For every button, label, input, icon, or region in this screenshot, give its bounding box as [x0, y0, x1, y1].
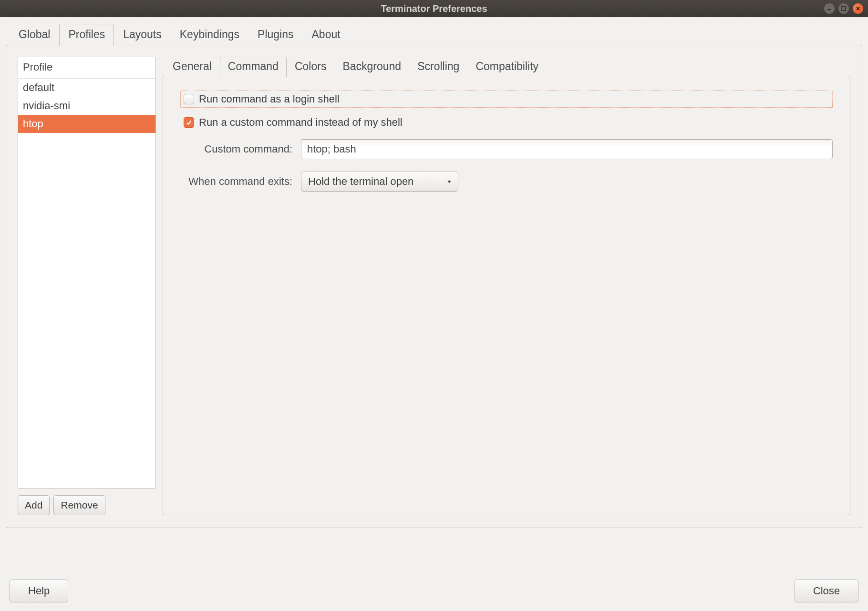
help-button[interactable]: Help	[10, 580, 68, 602]
custom-cmd-enabled-checkbox[interactable]	[184, 117, 194, 128]
window-title: Terminator Preferences	[381, 3, 487, 14]
minimize-button[interactable]	[824, 3, 835, 14]
login-shell-row: Run command as a login shell	[180, 91, 833, 108]
tab-profiles[interactable]: Profiles	[59, 24, 114, 46]
tab-keybindings[interactable]: Keybindings	[171, 24, 248, 46]
custom-command-input[interactable]	[301, 139, 833, 159]
tab-global[interactable]: Global	[10, 24, 59, 46]
login-shell-focusring: Run command as a login shell	[180, 91, 833, 108]
svg-marker-4	[447, 181, 451, 183]
subtab-background[interactable]: Background	[334, 57, 409, 77]
chevron-down-icon	[446, 175, 453, 188]
exit-action-select[interactable]: Hold the terminal open	[301, 172, 458, 192]
remove-profile-button[interactable]: Remove	[53, 495, 105, 515]
tab-plugins[interactable]: Plugins	[248, 24, 302, 46]
profile-item-nvidia-smi[interactable]: nvidia-smi	[18, 97, 155, 115]
svg-rect-1	[842, 7, 846, 10]
profile-list[interactable]: Profile default nvidia-smi htop	[18, 57, 156, 489]
subtab-colors[interactable]: Colors	[287, 57, 334, 77]
subtab-scrolling[interactable]: Scrolling	[409, 57, 467, 77]
maximize-button[interactable]	[838, 3, 849, 14]
maximize-icon	[841, 6, 847, 11]
profiles-panel: Profile default nvidia-smi htop Add Remo…	[6, 45, 862, 528]
check-icon	[186, 119, 192, 126]
custom-cmd-enabled-row: Run a custom command instead of my shell	[180, 114, 833, 131]
subtab-command[interactable]: Command	[220, 57, 287, 77]
subtab-compatibility[interactable]: Compatibility	[467, 57, 547, 77]
profile-settings: General Command Colors Background Scroll…	[163, 57, 850, 515]
profile-item-htop[interactable]: htop	[18, 115, 155, 133]
main-tabs: Global Profiles Layouts Keybindings Plug…	[6, 24, 862, 46]
minimize-icon	[827, 6, 832, 11]
dialog-footer: Help Close	[0, 580, 868, 602]
login-shell-checkbox[interactable]	[184, 94, 194, 104]
profile-item-default[interactable]: default	[18, 79, 155, 97]
close-icon	[855, 6, 861, 11]
add-profile-button[interactable]: Add	[18, 495, 50, 515]
tab-layouts[interactable]: Layouts	[114, 24, 171, 46]
exit-action-label: When command exits:	[180, 175, 292, 188]
subtab-general[interactable]: General	[165, 57, 220, 77]
close-dialog-button[interactable]: Close	[795, 580, 858, 602]
command-panel: Run command as a login shell Run a custo…	[163, 76, 850, 515]
tab-about[interactable]: About	[303, 24, 350, 46]
titlebar: Terminator Preferences	[0, 0, 868, 17]
profile-column: Profile default nvidia-smi htop Add Remo…	[18, 57, 156, 515]
custom-cmd-enabled-label: Run a custom command instead of my shell	[199, 116, 403, 129]
close-button[interactable]	[853, 3, 863, 14]
exit-action-value: Hold the terminal open	[308, 175, 413, 188]
login-shell-label: Run command as a login shell	[199, 93, 340, 105]
sub-tabs: General Command Colors Background Scroll…	[165, 57, 850, 77]
custom-command-label: Custom command:	[180, 143, 292, 155]
profile-list-header: Profile	[18, 57, 155, 79]
